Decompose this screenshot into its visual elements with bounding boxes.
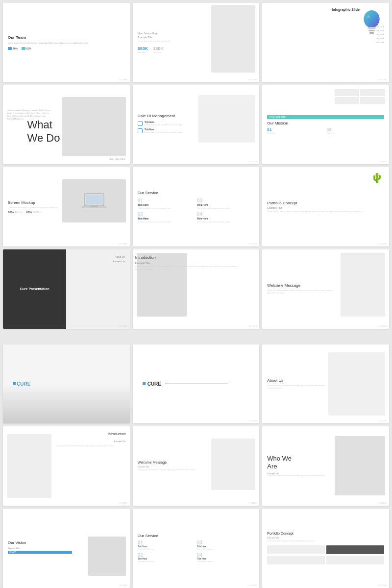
welcome-image	[341, 253, 385, 317]
cure-row: CURE	[143, 381, 228, 387]
slide-what-we-do: nes from section Contrary to popular bel…	[3, 85, 130, 165]
about-us-example: Example Title	[113, 260, 125, 263]
service-num-4: 04	[197, 212, 254, 217]
service-title-2: Title Here	[138, 217, 195, 220]
cure-label-2: CURE	[147, 381, 161, 387]
service2-num-3: 03	[197, 540, 254, 545]
slide-screen-mockup: Screen Mockup Lorem ipsum from section C…	[3, 167, 130, 246]
service-title-3: Title Here	[197, 203, 254, 206]
service-text-1: Lorem ipsum dolor sit amet consectur adi…	[138, 207, 195, 210]
stat-icon-1	[8, 47, 12, 50]
slide-number: 18 / SLIDES	[119, 585, 127, 587]
slide-about-us-2: About Us Lorem ipsum dolor sit amet cons…	[262, 344, 389, 424]
service2-body-4: Lorem ipsum dolor sit	[197, 561, 254, 563]
intro2-image	[7, 434, 51, 497]
portfolio-desc: Lorem ipsum dolor sit amet consectur adi…	[267, 210, 384, 213]
service-text-3: Lorem ipsum dolor sit amet consectur adi…	[197, 207, 254, 210]
slide-cure-cover2: CURE 13 / SLIDES	[133, 344, 260, 424]
slide-number: 07 / SLIDES	[249, 243, 257, 245]
mission-items: 01 Title Here 02 Title Here	[267, 127, 384, 134]
item1-text: Lorem ipsum dolor sit amet consectur adi…	[145, 123, 182, 126]
slide-number: 16 / SLIDES	[249, 502, 257, 504]
mission-badge: COLLECTION	[267, 115, 384, 119]
svg-rect-2	[368, 30, 375, 31]
img-cell-4	[360, 97, 385, 104]
slide-our-team-stats: 40% 60%	[8, 47, 125, 50]
slide-welcome-message: Welcome Message Lorem ipsum dolor sit am…	[262, 249, 389, 329]
vision-image	[88, 537, 126, 576]
service2-body-3: Lorem ipsum dolor sit	[197, 548, 254, 550]
stat-item-2: 60%	[22, 47, 31, 50]
img-cell-1	[335, 89, 360, 96]
vision-bar: 3D VIEW	[8, 551, 72, 554]
cactus-icon: 🌵	[371, 172, 383, 184]
about-us2-title: About Us	[267, 378, 325, 383]
stat-value-1: 40%	[13, 47, 18, 50]
slide-number: 12 / SLIDES	[119, 420, 127, 422]
service-item-3: 03 Title Here Lorem ipsum dolor sit amet…	[197, 198, 254, 210]
mission-img-grid	[335, 89, 385, 104]
service2-item-3: 03 Title Here Lorem ipsum dolor sit	[197, 540, 254, 550]
cure-square-icon-2	[143, 382, 146, 385]
what-we-do-contact: Calls - 22 123456	[109, 158, 124, 160]
slide-infographic: Infographic Slide Title HereTitle HereTi…	[262, 3, 389, 82]
service2-title-3: Title Here	[197, 545, 254, 548]
service-item-1: 01 Title Here Lorem ipsum dolor sit amet…	[138, 198, 195, 210]
svg-rect-8	[91, 206, 98, 207]
slide-our-service: Our Service 01 Title Here Lorem ipsum do…	[133, 167, 260, 246]
mission-item1: 01 Title Here	[267, 127, 324, 134]
slide-number: 11 / SLIDES	[378, 325, 387, 327]
mission-title: Our Mission	[267, 121, 384, 125]
img-cell-3	[335, 97, 360, 104]
service2-num-1: 01	[138, 540, 195, 545]
mission-item2: 02 Title Here	[327, 127, 384, 134]
svg-rect-6	[86, 195, 102, 204]
slide-intro-2: Introduction Example Title Lorem ipsum d…	[3, 426, 130, 506]
service-grid: 01 Title Here Lorem ipsum dolor sit amet…	[138, 198, 255, 223]
service2-title-2: Title Here	[138, 558, 195, 560]
slide-date-management: Date Of Management Title Here Lorem ipsu…	[133, 85, 260, 165]
welcome-body: Lorem ipsum dolor sit amet consectur adi…	[267, 290, 337, 295]
welcome2-body: Lorem ipsum dolor sit amet consectur adi…	[138, 469, 202, 471]
service-num-2: 02	[138, 212, 195, 217]
person-image	[211, 5, 256, 73]
slide-number: 06 / SLIDES	[119, 243, 127, 245]
our-service2-title: Our Service	[138, 534, 255, 538]
slide-our-team-body: Lorem Ipsum from section Contrary to pop…	[8, 42, 125, 45]
service-num-3: 03	[197, 198, 254, 203]
stat-val-1: 90%	[8, 211, 14, 214]
infographic-title: Infographic Slide	[332, 8, 360, 11]
intro2-body: Lorem ipsum dolor sit amet consectur adi…	[56, 445, 125, 447]
what-we-do-image	[62, 97, 125, 156]
date-mgmt-icon2	[138, 128, 143, 133]
slide-welcome-2: Welcome Message Example Title Lorem ipsu…	[133, 426, 260, 506]
mission-text2: Title Here	[327, 132, 384, 134]
date-mgmt-image	[198, 95, 255, 143]
service2-num-4: 04	[197, 552, 254, 558]
service-item-4: 04 Title Here Lorem ipsum dolor sit amet…	[197, 212, 254, 223]
stat-value-2: 60%	[26, 47, 31, 50]
svg-rect-3	[369, 32, 374, 34]
meet-selena-num2-label: Title Here	[153, 51, 164, 53]
stat-1: 90% Title Here	[8, 211, 23, 214]
slide-cure-cover: CURE 12 / SLIDES	[3, 344, 130, 424]
service2-item-1: 01 Title Here Lorem ipsum dolor sit	[138, 540, 195, 550]
slide-number: 19 / SLIDES	[249, 585, 257, 587]
slide-our-team-title: Our Team	[8, 35, 125, 40]
intro2-title: Introduction	[108, 432, 126, 436]
slide-our-team: Our Team Lorem Ipsum from section Contra…	[3, 3, 130, 82]
slide-number: 09 / SLIDES	[119, 325, 127, 327]
service2-grid: 01 Title Here Lorem ipsum dolor sit 03 T…	[138, 540, 255, 563]
stat-label-2: Title Here	[33, 211, 41, 213]
meet-selena-num1-label: Title Here	[138, 51, 148, 53]
slide-number: 02 / SLIDES	[249, 79, 257, 81]
stat-2: 60% Title Here	[26, 211, 41, 214]
portfolio2-title: Portfolio Concept	[267, 532, 384, 535]
slide-our-service-2: Our Service 01 Title Here Lorem ipsum do…	[133, 509, 260, 588]
svg-rect-1	[368, 27, 375, 29]
slide-number: 10 / SLIDES	[249, 325, 257, 327]
slide-who-we-are: Who WeAre Example Title Lorem ipsum dolo…	[262, 426, 389, 506]
section-gap-1	[3, 332, 389, 342]
service-text-2: Lorem ipsum dolor sit amet consectur adi…	[138, 221, 195, 223]
introduction-example: Example Title	[135, 262, 256, 265]
